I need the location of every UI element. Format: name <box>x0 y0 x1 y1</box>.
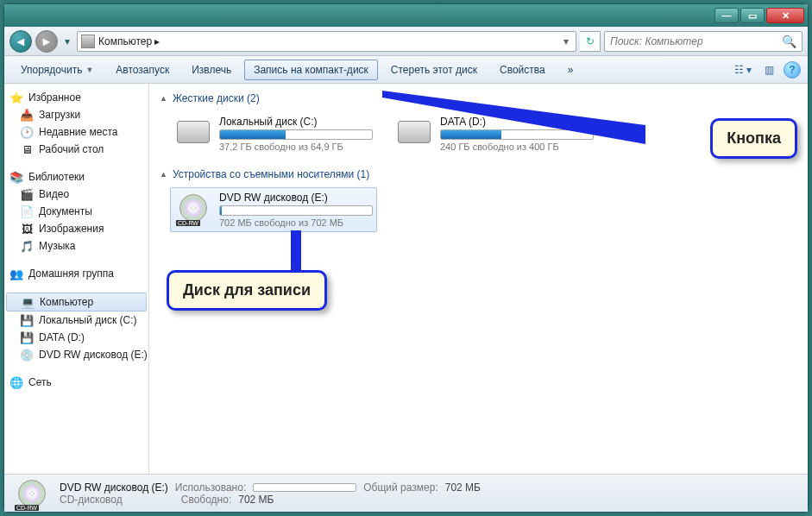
hdd-icon: 💾 <box>20 313 34 327</box>
disc-icon: 💿 <box>20 348 34 362</box>
sidebar-item-documents[interactable]: 📄Документы <box>4 203 148 220</box>
sidebar-item-desktop[interactable]: 🖥Рабочий стол <box>4 141 148 158</box>
organize-button[interactable]: Упорядочить▼ <box>11 60 103 80</box>
history-dropdown[interactable]: ▾ <box>61 30 73 53</box>
drive-name: DATA (D:) <box>440 116 594 128</box>
status-type: CD-дисковод <box>60 494 123 506</box>
music-icon: 🎵 <box>20 239 34 253</box>
status-free-label: Свободно: <box>181 494 232 506</box>
toolbar: Упорядочить▼ Автозапуск Извлечь Запись н… <box>4 56 808 84</box>
sidebar-homegroup[interactable]: 👥Домашняя группа <box>4 265 148 282</box>
status-title: DVD RW дисковод (E:) <box>60 481 168 494</box>
sidebar-item-drive-d[interactable]: 💾DATA (D:) <box>4 329 148 346</box>
svg-marker-1 <box>291 230 301 272</box>
homegroup-icon: 👥 <box>9 267 23 280</box>
sidebar-item-drive-e[interactable]: 💿DVD RW дисковод (E:) <box>4 346 148 363</box>
drive-free-text: 240 ГБ свободно из 400 ГБ <box>440 142 594 152</box>
view-button[interactable]: ☷ ▾ <box>732 59 754 81</box>
sidebar-item-recent[interactable]: 🕑Недавние места <box>4 123 148 141</box>
pictures-icon: 🖼 <box>20 222 34 236</box>
usage-bar <box>219 205 373 216</box>
recent-icon: 🕑 <box>20 125 34 139</box>
body: ⭐Избранное 📥Загрузки 🕑Недавние места 🖥Ра… <box>4 84 808 474</box>
maximize-button[interactable]: ▭ <box>740 8 765 23</box>
sidebar-libraries[interactable]: 📚Библиотеки <box>4 168 148 186</box>
sidebar-item-downloads[interactable]: 📥Загрузки <box>4 106 148 123</box>
downloads-icon: 📥 <box>20 108 34 122</box>
drive-e[interactable]: CD-RW DVD RW дисковод (E:) 702 МБ свобод… <box>170 187 377 232</box>
documents-icon: 📄 <box>20 205 34 218</box>
close-button[interactable]: ✕ <box>766 8 804 23</box>
hdd-icon <box>174 116 212 148</box>
sidebar-computer[interactable]: 💻Компьютер <box>6 293 147 311</box>
status-total-value: 702 МБ <box>445 481 481 494</box>
usage-bar <box>440 129 594 140</box>
hdd-icon: 💾 <box>20 330 34 344</box>
content-pane: ▲Жесткие диски (2) Локальный диск (C:) 3… <box>149 84 808 474</box>
properties-button[interactable]: Свойства <box>490 60 555 80</box>
search-box[interactable]: 🔍 <box>604 31 803 52</box>
status-free-value: 702 МБ <box>238 494 274 506</box>
autoplay-button[interactable]: Автозапуск <box>106 60 179 80</box>
collapse-icon: ▲ <box>160 94 167 103</box>
status-bar: CD-RW DVD RW дисковод (E:) Использовано:… <box>4 474 808 512</box>
search-icon: 🔍 <box>782 35 796 48</box>
sidebar-item-drive-c[interactable]: 💾Локальный диск (C:) <box>4 311 148 329</box>
network-icon: 🌐 <box>9 375 23 389</box>
usage-bar <box>219 129 373 140</box>
callout-disc: Диск для записи <box>167 270 327 311</box>
section-removable[interactable]: ▲Устройства со съемными носителями (1) <box>160 168 797 180</box>
sidebar-item-pictures[interactable]: 🖼Изображения <box>4 220 148 237</box>
sidebar-favorites[interactable]: ⭐Избранное <box>4 89 148 106</box>
sidebar: ⭐Избранное 📥Загрузки 🕑Недавние места 🖥Ра… <box>4 84 149 474</box>
drive-free-text: 37,2 ГБ свободно из 64,9 ГБ <box>219 142 373 152</box>
preview-pane-button[interactable]: ▥ <box>758 59 780 81</box>
drive-name: Локальный диск (C:) <box>219 116 373 128</box>
status-usage-bar <box>253 483 356 492</box>
explorer-window: — ▭ ✕ ◄ ► ▾ Компьютер ▸ ▾ ↻ 🔍 Упорядочит… <box>3 3 809 513</box>
erase-disc-button[interactable]: Стереть этот диск <box>381 60 487 80</box>
section-hard-disks[interactable]: ▲Жесткие диски (2) <box>160 92 797 104</box>
address-dropdown-icon[interactable]: ▾ <box>560 35 572 47</box>
sidebar-item-music[interactable]: 🎵Музыка <box>4 237 148 255</box>
status-total-label: Общий размер: <box>363 481 437 494</box>
video-icon: 🎬 <box>20 187 34 201</box>
search-input[interactable] <box>610 35 782 47</box>
hdd-icon <box>395 116 433 148</box>
more-button[interactable]: » <box>558 60 583 80</box>
disc-icon: CD-RW <box>13 478 51 509</box>
sidebar-item-video[interactable]: 🎬Видео <box>4 186 148 203</box>
desktop-icon: 🖥 <box>20 142 34 156</box>
forward-button[interactable]: ► <box>35 30 58 53</box>
star-icon: ⭐ <box>9 91 23 104</box>
minimize-button[interactable]: — <box>714 8 739 23</box>
back-button[interactable]: ◄ <box>9 30 32 53</box>
drive-free-text: 702 МБ свободно из 702 МБ <box>219 217 373 228</box>
drive-d[interactable]: DATA (D:) 240 ГБ свободно из 400 ГБ <box>391 111 598 156</box>
computer-icon <box>81 35 95 48</box>
drive-c[interactable]: Локальный диск (C:) 37,2 ГБ свободно из … <box>170 111 377 156</box>
eject-button[interactable]: Извлечь <box>182 60 241 80</box>
refresh-button[interactable]: ↻ <box>580 31 601 52</box>
help-button[interactable]: ? <box>784 61 801 79</box>
sidebar-network[interactable]: 🌐Сеть <box>4 374 148 391</box>
address-bar: ◄ ► ▾ Компьютер ▸ ▾ ↻ 🔍 <box>4 27 808 56</box>
titlebar: — ▭ ✕ <box>4 4 808 27</box>
address-path: Компьютер ▸ <box>98 35 557 47</box>
address-field[interactable]: Компьютер ▸ ▾ <box>77 31 576 52</box>
disc-icon: CD-RW <box>174 192 212 224</box>
drive-name: DVD RW дисковод (E:) <box>219 192 373 204</box>
status-used-label: Использовано: <box>175 481 246 494</box>
collapse-icon: ▲ <box>160 170 167 179</box>
burn-disc-button[interactable]: Запись на компакт-диск <box>244 60 378 80</box>
callout-button: Кнопка <box>710 118 797 159</box>
computer-icon: 💻 <box>21 295 35 309</box>
libraries-icon: 📚 <box>9 170 23 184</box>
